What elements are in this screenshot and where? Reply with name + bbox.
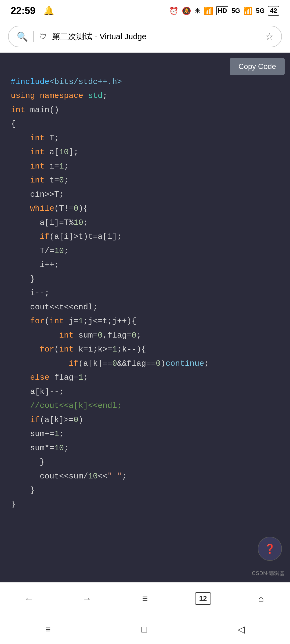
system-home-button[interactable]: □	[142, 624, 147, 635]
url-bar-divider	[33, 31, 34, 42]
mute-icon: 🔕	[182, 6, 191, 15]
wifi-icon: 📶	[204, 6, 213, 15]
battery-indicator: 42	[268, 6, 279, 16]
search-icon: 🔍	[17, 31, 28, 42]
signal-5g2-icon: 5G	[256, 7, 264, 14]
bookmark-star-icon[interactable]: ☆	[265, 31, 273, 42]
signal-5g-icon: 5G	[231, 7, 240, 14]
alarm-icon: ⏰	[169, 6, 179, 15]
home-button[interactable]: ⌂	[250, 588, 272, 609]
forward-icon[interactable]: →	[82, 593, 92, 604]
system-back-icon[interactable]: ◁	[238, 624, 245, 634]
browser-nav-bar: ← → ≡ 12 ⌂	[0, 582, 290, 614]
code-container: Copy Code #include<bits/stdc++.h> using …	[0, 53, 290, 582]
system-home-icon[interactable]: □	[142, 624, 147, 634]
home-icon[interactable]: ⌂	[258, 593, 264, 604]
code-block: #include<bits/stdc++.h> using namespace …	[11, 61, 279, 526]
tabs-button[interactable]: 12	[192, 588, 214, 609]
menu-button[interactable]: ≡	[134, 588, 156, 609]
status-icons: ⏰ 🔕 ✳ 📶 HD 5G 📶 5G 42	[169, 6, 279, 16]
status-bar: 22:59 🔔 ⏰ 🔕 ✳ 📶 HD 5G 📶 5G 42	[0, 0, 290, 21]
system-nav-bar: ≡ □ ◁	[0, 614, 290, 644]
url-bar[interactable]: 🔍 🛡 第二次测试 - Virtual Judge ☆	[8, 26, 282, 47]
shield-icon: 🛡	[39, 32, 47, 41]
copy-code-button[interactable]: Copy Code	[230, 58, 285, 75]
system-menu-button[interactable]: ≡	[45, 624, 51, 635]
system-menu-icon[interactable]: ≡	[45, 624, 51, 634]
back-button[interactable]: ←	[18, 588, 40, 609]
system-back-button[interactable]: ◁	[238, 624, 245, 635]
tabs-count-badge[interactable]: 12	[195, 592, 211, 605]
forward-button[interactable]: →	[76, 588, 98, 609]
notification-bell-icon: 🔔	[44, 6, 54, 16]
signal-bars-icon: 📶	[243, 6, 253, 15]
url-text[interactable]: 第二次测试 - Virtual Judge	[52, 31, 260, 42]
browser-bar: 🔍 🛡 第二次测试 - Virtual Judge ☆	[0, 21, 290, 53]
help-icon: ❓	[264, 543, 276, 554]
back-icon[interactable]: ←	[24, 593, 34, 604]
hd-icon: HD	[216, 6, 229, 15]
include-directive: #include	[11, 77, 49, 86]
floating-help-button[interactable]: ❓	[258, 537, 282, 561]
watermark: CSDN·编辑器	[252, 570, 285, 577]
status-time: 22:59	[11, 5, 35, 16]
hamburger-menu-icon[interactable]: ≡	[142, 593, 148, 604]
bluetooth-icon: ✳	[194, 6, 201, 15]
